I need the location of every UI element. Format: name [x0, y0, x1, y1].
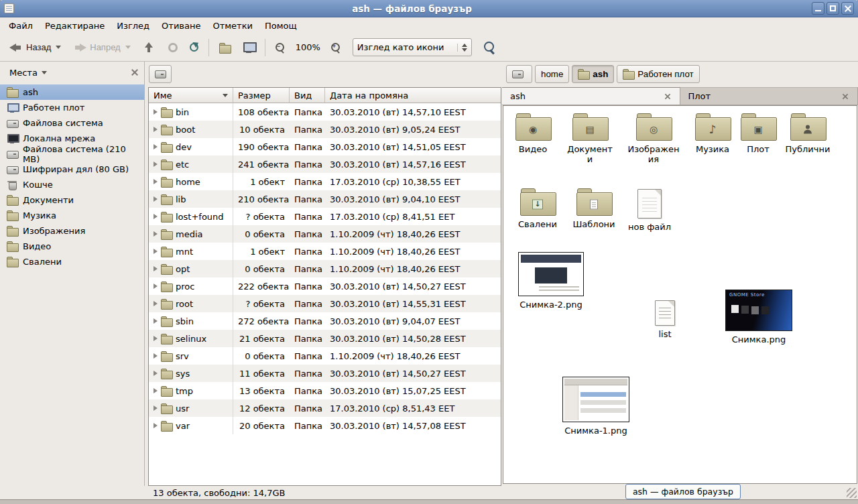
home-button[interactable]	[214, 40, 236, 56]
back-button[interactable]: Назад	[4, 39, 66, 56]
file-icon-item[interactable]: Шаблони	[570, 188, 618, 229]
file-icon-item[interactable]: Свалени	[513, 188, 562, 229]
sidebar-close-icon[interactable]	[131, 68, 139, 76]
folder-row[interactable]: sbin 272 обекта Папка 30.03.2010 (вт) 9,…	[149, 312, 501, 330]
file-icon-item[interactable]: Документи	[565, 113, 615, 164]
zoom-out-button[interactable]: −	[270, 40, 290, 56]
expander-icon[interactable]	[154, 388, 158, 393]
folder-row[interactable]: opt 0 обекта Папка 1.10.2009 (чт) 18,40,…	[149, 260, 501, 277]
folder-row[interactable]: bin 108 обекта Папка 30.03.2010 (вт) 14,…	[149, 103, 501, 121]
sidebar-place-item[interactable]: Музика	[0, 208, 144, 223]
sidebar-place-item[interactable]: Шифриран дял (80 GB)	[0, 162, 144, 177]
file-icon-item[interactable]: list	[646, 300, 684, 339]
folder-row[interactable]: home 1 обект Папка 17.03.2010 (ср) 10,38…	[149, 173, 501, 190]
column-header-date[interactable]: Дата на промяна	[325, 88, 501, 103]
column-header-name[interactable]: Име	[149, 88, 233, 103]
expander-icon[interactable]	[154, 144, 158, 149]
titlebar[interactable]: ash — файлов браузър	[0, 0, 858, 17]
folder-row[interactable]: usr 12 обекта Папка 17.03.2010 (ср) 8,51…	[149, 399, 501, 417]
back-history-chevron-icon[interactable]	[56, 46, 61, 49]
reload-button[interactable]	[184, 40, 204, 55]
expander-icon[interactable]	[154, 231, 158, 237]
folder-row[interactable]: etc 241 обекта Папка 30.03.2010 (вт) 14,…	[149, 155, 501, 173]
resize-grip[interactable]	[847, 488, 857, 498]
expander-icon[interactable]	[154, 196, 158, 202]
menu-item[interactable]: Отметки	[206, 19, 258, 33]
view-mode-select[interactable]: Изглед като икони	[353, 38, 472, 56]
sidebar-mode-select[interactable]: Места	[5, 65, 51, 80]
sidebar-place-item[interactable]: Файлова система (210 MB)	[0, 146, 144, 162]
sidebar-place-item[interactable]: Файлова система	[0, 115, 144, 131]
sidebar-place-item[interactable]: Работен плот	[0, 100, 144, 115]
folder-row[interactable]: dev 190 обекта Папка 30.03.2010 (вт) 14,…	[149, 138, 501, 155]
root-path-button[interactable]	[149, 65, 172, 83]
path-button[interactable]: Работен плот	[617, 65, 699, 83]
folder-row[interactable]: sys 11 обекта Папка 30.03.2010 (вт) 14,5…	[149, 365, 501, 382]
folder-row[interactable]: boot 10 обекта Папка 30.03.2010 (вт) 9,0…	[149, 121, 501, 138]
taskbar-window-button[interactable]: ash — файлов браузър	[625, 484, 741, 499]
tab[interactable]: ash	[502, 87, 680, 105]
file-icon-item[interactable]: Видео	[509, 113, 557, 154]
minimize-button[interactable]	[812, 2, 824, 15]
menu-item[interactable]: Изглед	[111, 19, 156, 33]
path-button[interactable]: home	[535, 65, 569, 83]
path-button[interactable]: ash	[572, 65, 614, 83]
menu-item[interactable]: Отиване	[156, 19, 206, 33]
sidebar-place-item[interactable]: Документи	[0, 192, 144, 208]
sidebar-place-item[interactable]: Изображения	[0, 223, 144, 239]
expander-icon[interactable]	[154, 109, 158, 115]
forward-button[interactable]: Напред	[68, 39, 135, 56]
expander-icon[interactable]	[154, 336, 158, 341]
file-icon-item[interactable]: Публични	[782, 113, 833, 154]
file-icon-item[interactable]: Изображения	[627, 113, 680, 164]
folder-row[interactable]: var 20 обекта Папка 30.03.2010 (вт) 14,5…	[149, 417, 501, 434]
expander-icon[interactable]	[154, 405, 158, 411]
folder-row[interactable]: lib 210 обекта Папка 30.03.2010 (вт) 9,0…	[149, 190, 501, 208]
stop-button[interactable]	[163, 40, 183, 56]
sidebar-place-item[interactable]: ash	[0, 84, 144, 100]
expander-icon[interactable]	[154, 318, 158, 324]
file-icon-item[interactable]: Музика	[690, 113, 735, 154]
file-icon-item[interactable]: Снимка.png	[723, 290, 794, 344]
expander-icon[interactable]	[154, 127, 158, 132]
forward-history-chevron-icon[interactable]	[125, 46, 131, 49]
file-icon-item[interactable]: Плот	[737, 113, 779, 154]
folder-row[interactable]: lost+found ? обекта Папка 17.03.2010 (ср…	[149, 208, 501, 225]
close-button[interactable]	[841, 2, 854, 15]
tab[interactable]: Плот	[680, 87, 858, 105]
menu-item[interactable]: Редактиране	[39, 19, 111, 33]
sidebar-place-item[interactable]: Свалени	[0, 254, 144, 269]
folder-row[interactable]: selinux 21 обекта Папка 30.03.2010 (вт) …	[149, 330, 501, 347]
file-icon-item[interactable]: Снимка-2.png	[515, 252, 587, 310]
folder-row[interactable]: srv 0 обекта Папка 1.10.2009 (чт) 18,40,…	[149, 347, 501, 365]
icon-view[interactable]: Видео Документи Изображения	[503, 105, 857, 484]
folder-row[interactable]: mnt 1 обект Папка 1.10.2009 (чт) 18,40,2…	[149, 243, 501, 260]
expander-icon[interactable]	[154, 162, 158, 167]
zoom-in-button[interactable]: +	[326, 40, 346, 56]
computer-button[interactable]	[237, 39, 260, 56]
expander-icon[interactable]	[154, 179, 158, 184]
expander-icon[interactable]	[154, 284, 158, 289]
expander-icon[interactable]	[154, 249, 158, 254]
expander-icon[interactable]	[154, 353, 158, 359]
expander-icon[interactable]	[154, 301, 158, 306]
folder-row[interactable]: proc 222 обекта Папка 30.03.2010 (вт) 14…	[149, 277, 501, 295]
tab-close-icon[interactable]	[842, 92, 849, 99]
folder-row[interactable]: tmp 13 обекта Папка 30.03.2010 (вт) 15,0…	[149, 382, 501, 399]
folder-row[interactable]: root ? обекта Папка 30.03.2010 (вт) 14,5…	[149, 295, 501, 312]
column-header-size[interactable]: Размер	[233, 88, 290, 103]
expander-icon[interactable]	[154, 266, 158, 271]
column-header-type[interactable]: Вид	[290, 88, 325, 103]
file-icon-item[interactable]: Снимка-1.png	[560, 377, 631, 436]
search-button[interactable]	[479, 38, 501, 56]
expander-icon[interactable]	[154, 214, 158, 219]
expander-icon[interactable]	[154, 371, 158, 376]
menu-item[interactable]: Файл	[3, 19, 39, 33]
expander-icon[interactable]	[154, 423, 158, 428]
file-icon-item[interactable]: нов файл	[626, 189, 673, 232]
tab-close-icon[interactable]	[664, 92, 670, 99]
maximize-button[interactable]	[826, 2, 839, 15]
sidebar-place-item[interactable]: Кошче	[0, 177, 144, 192]
sidebar-place-item[interactable]: Видео	[0, 239, 144, 254]
up-button[interactable]	[137, 39, 162, 56]
